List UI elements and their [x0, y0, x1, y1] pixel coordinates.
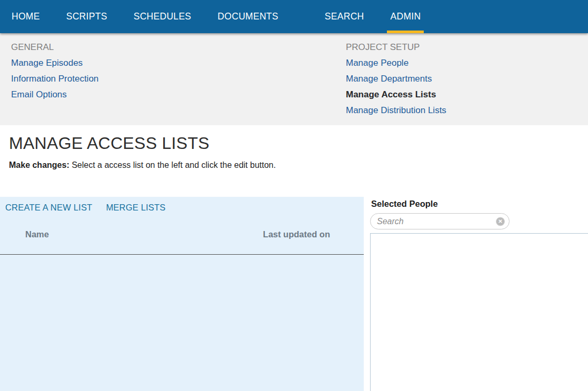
submenu-item-manage-access-lists[interactable]: Manage Access Lists — [346, 87, 446, 103]
submenu-heading-project-setup: PROJECT SETUP — [346, 39, 446, 55]
submenu-heading-general: GENERAL — [11, 39, 98, 55]
instructions-text: Make changes: Select a access list on th… — [9, 161, 588, 170]
selected-people-panel: Selected People ✕ — [370, 197, 588, 391]
submenu-item-manage-distribution-lists[interactable]: Manage Distribution Lists — [346, 103, 446, 118]
nav-item-scripts[interactable]: SCRIPTS — [66, 0, 107, 33]
access-lists-panel: CREATE A NEW LIST MERGE LISTS Name Last … — [0, 197, 364, 391]
submenu-item-manage-departments[interactable]: Manage Departments — [346, 71, 446, 87]
submenu-item-email-options[interactable]: Email Options — [11, 87, 98, 103]
list-actions: CREATE A NEW LIST MERGE LISTS — [0, 197, 364, 213]
instructions-body: Select a access list on the left and cli… — [69, 161, 276, 169]
selected-people-listbox[interactable] — [370, 233, 588, 391]
admin-submenu: GENERAL Manage Episodes Information Prot… — [0, 33, 588, 125]
nav-item-home[interactable]: HOME — [12, 0, 40, 33]
merge-lists-button[interactable]: MERGE LISTS — [106, 203, 165, 213]
nav-item-search[interactable]: SEARCH — [325, 0, 364, 33]
table-header-divider — [0, 254, 364, 255]
list-table-header: Name Last updated on — [25, 229, 330, 239]
top-navbar: HOME SCRIPTS SCHEDULES DOCUMENTS SEARCH … — [0, 0, 588, 33]
column-header-name: Name — [25, 229, 49, 239]
submenu-column-project-setup: PROJECT SETUP Manage People Manage Depar… — [346, 39, 446, 118]
submenu-item-manage-episodes[interactable]: Manage Episodes — [11, 55, 98, 71]
nav-item-documents[interactable]: DOCUMENTS — [217, 0, 278, 33]
instructions-label: Make changes: — [9, 161, 69, 169]
submenu-column-general: GENERAL Manage Episodes Information Prot… — [11, 39, 98, 103]
column-header-last-updated: Last updated on — [263, 229, 330, 239]
clear-search-icon[interactable]: ✕ — [496, 217, 505, 226]
people-search: ✕ — [370, 213, 510, 229]
submenu-item-information-protection[interactable]: Information Protection — [11, 71, 98, 87]
people-search-input[interactable] — [370, 213, 510, 229]
page-title: MANAGE ACCESS LISTS — [9, 134, 588, 153]
content-area: CREATE A NEW LIST MERGE LISTS Name Last … — [0, 197, 588, 391]
create-new-list-button[interactable]: CREATE A NEW LIST — [5, 203, 92, 213]
submenu-item-manage-people[interactable]: Manage People — [346, 55, 446, 71]
nav-item-schedules[interactable]: SCHEDULES — [134, 0, 192, 33]
nav-item-admin[interactable]: ADMIN — [391, 0, 421, 33]
selected-people-title: Selected People — [371, 199, 588, 209]
